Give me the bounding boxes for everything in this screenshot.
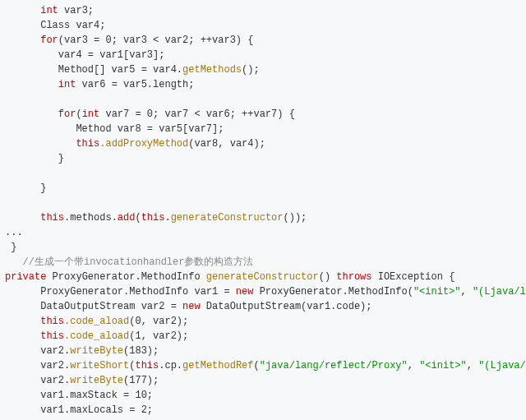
code-block: int var3; Class var4; for(var3 = 0; var3… [0,0,526,420]
txt: var2. [40,375,70,386]
kw-this: this [135,360,159,372]
txt: IOException { [372,271,455,283]
txt: DataOutputStream(var1.code); [201,301,372,312]
kw-this: this [40,316,64,327]
mtd: writeShort [70,360,129,372]
txt: (); [242,64,260,76]
txt: ProxyGenerator.MethodInfo var1 = [40,286,236,298]
txt: var4 = var1[var3]; [58,49,165,61]
txt: ( [254,360,260,372]
txt: } [58,153,64,164]
mtd: getMethodRef [182,360,253,372]
kw-new: new [182,301,201,312]
mtd: generateConstructor [206,271,319,283]
kw-int: int [58,79,76,90]
kw-this: this [141,212,165,224]
txt: (183); [123,345,159,357]
txt: ( [135,212,141,224]
mtd: writeByte [70,345,123,357]
txt: var3; [58,5,94,16]
txt: Class var4; [40,20,105,31]
str: "<init>" [413,286,461,298]
kw-private: private [5,271,46,283]
mtd: .addProxyMethod [99,138,188,150]
txt: (var8, var4); [188,138,265,150]
kw-this: this [40,212,64,224]
txt: , [408,360,419,372]
txt: Method var8 = var5[var7]; [76,123,224,135]
mtd: .code_aload [64,330,129,342]
mtd: .code_aload [64,316,129,327]
txt: ProxyGenerator.MethodInfo [46,271,205,283]
txt: (0, var2); [129,316,188,327]
txt: .methods. [64,212,118,224]
txt: ( [76,108,81,120]
str: "(Ljava/lang/reflect/InvocationHan [478,360,526,372]
txt: , [467,360,478,372]
str: "<init>" [419,360,467,372]
txt: } [11,242,16,253]
kw-int: int [40,5,58,16]
str: "java/lang/reflect/Proxy" [260,360,408,372]
mtd: generateConstructor [171,212,284,224]
kw-this: this [76,138,99,150]
txt: DataOutputStream var2 = [40,301,182,312]
mtd: writeByte [70,375,123,386]
txt: ProxyGenerator.MethodInfo( [253,286,413,298]
txt: (var3 = 0; var3 < var2; ++var3) { [58,35,254,46]
code-content: int var3; Class var4; for(var3 = 0; var3… [5,5,526,420]
txt: var7 = 0; var7 < var6; ++var7) { [99,108,295,120]
str: "(Ljava/lang/reflect/InvocationHand [473,286,526,298]
txt: . [164,212,170,224]
txt: , [461,286,473,298]
txt: var1.maxStack = 10; [40,390,153,401]
txt: var2. [40,360,70,372]
comment: //生成一个带invocationhandler参数的构造方法 [23,256,254,268]
txt: ... [5,227,23,238]
kw-for: for [40,35,58,46]
mtd-add: add [118,212,136,224]
kw-int: int [82,108,100,120]
txt: var6 = var5.length; [76,79,194,90]
txt: ()); [284,212,307,224]
txt: var1.maxLocals = 2; [40,404,153,416]
kw-new: new [236,286,254,298]
txt: (177); [123,375,159,386]
mtd: getMethods [182,64,242,76]
txt: (1, var2); [129,330,188,342]
txt: var2. [40,345,70,357]
txt: () [319,271,337,283]
kw-for: for [58,108,76,120]
txt: } [40,182,46,194]
kw-throws: throws [336,271,371,283]
txt: Method[] var5 = var4. [58,64,182,76]
txt: .cp. [159,360,182,372]
kw-this: this [40,330,64,342]
